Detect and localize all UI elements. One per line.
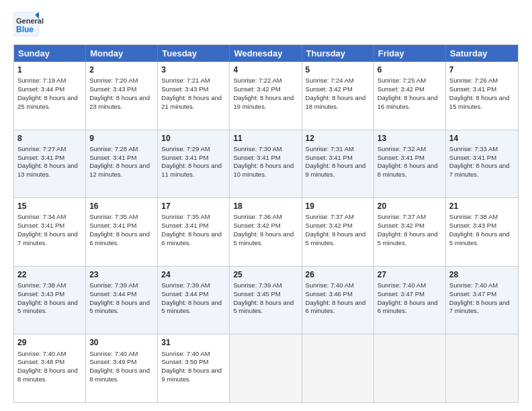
day-number: 26 (306, 269, 370, 280)
day-info: Sunrise: 7:29 AMSunset: 3:41 PMDaylight:… (161, 145, 222, 178)
calendar-cell: 27Sunrise: 7:40 AMSunset: 3:47 PMDayligh… (374, 267, 446, 334)
day-number: 21 (449, 201, 515, 212)
calendar-header: SundayMondayTuesdayWednesdayThursdayFrid… (14, 45, 518, 62)
calendar-cell: 28Sunrise: 7:40 AMSunset: 3:47 PMDayligh… (446, 267, 518, 334)
calendar-cell: 11Sunrise: 7:30 AMSunset: 3:41 PMDayligh… (230, 130, 302, 198)
day-info: Sunrise: 7:36 AMSunset: 3:42 PMDaylight:… (233, 213, 294, 246)
day-info: Sunrise: 7:26 AMSunset: 3:41 PMDaylight:… (449, 77, 510, 109)
header-cell-wednesday: Wednesday (230, 45, 302, 62)
day-number: 20 (378, 201, 442, 212)
day-number: 15 (17, 201, 82, 212)
calendar-cell: 31Sunrise: 7:40 AMSunset: 3:50 PMDayligh… (158, 334, 230, 402)
calendar-row: 1Sunrise: 7:19 AMSunset: 3:44 PMDaylight… (14, 62, 518, 130)
day-number: 9 (89, 133, 154, 144)
day-number: 13 (378, 133, 442, 144)
calendar-cell: 8Sunrise: 7:27 AMSunset: 3:41 PMDaylight… (14, 130, 86, 198)
day-number: 28 (449, 269, 515, 280)
calendar-cell: 17Sunrise: 7:35 AMSunset: 3:41 PMDayligh… (158, 198, 230, 266)
calendar-cell: 3Sunrise: 7:21 AMSunset: 3:43 PMDaylight… (158, 62, 230, 130)
calendar-cell: 22Sunrise: 7:38 AMSunset: 3:43 PMDayligh… (14, 267, 86, 334)
header-cell-monday: Monday (86, 45, 158, 62)
day-number: 24 (161, 269, 226, 280)
calendar-cell: 14Sunrise: 7:33 AMSunset: 3:41 PMDayligh… (446, 130, 518, 198)
day-info: Sunrise: 7:39 AMSunset: 3:44 PMDaylight:… (161, 281, 222, 314)
day-info: Sunrise: 7:37 AMSunset: 3:42 PMDaylight:… (378, 213, 438, 246)
calendar-cell: 10Sunrise: 7:29 AMSunset: 3:41 PMDayligh… (158, 130, 230, 198)
day-info: Sunrise: 7:35 AMSunset: 3:41 PMDaylight:… (161, 213, 222, 246)
calendar-cell: 21Sunrise: 7:38 AMSunset: 3:43 PMDayligh… (446, 198, 518, 266)
calendar-cell: 12Sunrise: 7:31 AMSunset: 3:41 PMDayligh… (302, 130, 374, 198)
day-number: 18 (233, 201, 298, 212)
calendar-row: 29Sunrise: 7:40 AMSunset: 3:48 PMDayligh… (14, 334, 518, 402)
day-number: 2 (89, 64, 154, 75)
day-number: 30 (89, 337, 154, 348)
calendar-cell: 16Sunrise: 7:35 AMSunset: 3:41 PMDayligh… (86, 198, 158, 266)
day-number: 31 (161, 337, 226, 348)
day-number: 11 (233, 133, 298, 144)
header-cell-sunday: Sunday (14, 45, 86, 62)
calendar-cell: 1Sunrise: 7:19 AMSunset: 3:44 PMDaylight… (14, 62, 86, 130)
header-cell-thursday: Thursday (302, 45, 374, 62)
calendar-row: 22Sunrise: 7:38 AMSunset: 3:43 PMDayligh… (14, 266, 518, 334)
calendar-cell: 25Sunrise: 7:39 AMSunset: 3:45 PMDayligh… (230, 267, 302, 334)
header: General Blue (13, 11, 519, 38)
calendar-cell: 19Sunrise: 7:37 AMSunset: 3:42 PMDayligh… (302, 198, 374, 266)
svg-text:General: General (16, 17, 44, 25)
day-number: 22 (17, 269, 82, 280)
day-info: Sunrise: 7:37 AMSunset: 3:42 PMDaylight:… (306, 213, 366, 246)
calendar-cell: 26Sunrise: 7:40 AMSunset: 3:46 PMDayligh… (302, 267, 374, 334)
calendar-cell (446, 334, 518, 402)
day-number: 8 (17, 133, 82, 144)
day-number: 23 (89, 269, 154, 280)
day-info: Sunrise: 7:40 AMSunset: 3:47 PMDaylight:… (449, 281, 510, 314)
day-info: Sunrise: 7:25 AMSunset: 3:42 PMDaylight:… (378, 77, 438, 109)
header-cell-tuesday: Tuesday (158, 45, 230, 62)
calendar-row: 8Sunrise: 7:27 AMSunset: 3:41 PMDaylight… (14, 130, 518, 198)
day-number: 12 (306, 133, 370, 144)
day-info: Sunrise: 7:40 AMSunset: 3:49 PMDaylight:… (89, 350, 150, 383)
day-info: Sunrise: 7:22 AMSunset: 3:42 PMDaylight:… (233, 77, 294, 109)
day-number: 19 (306, 201, 370, 212)
day-info: Sunrise: 7:38 AMSunset: 3:43 PMDaylight:… (17, 281, 78, 314)
day-number: 16 (89, 201, 154, 212)
logo: General Blue (13, 11, 74, 38)
day-number: 14 (449, 133, 515, 144)
logo-svg: General Blue (13, 11, 74, 38)
day-number: 10 (161, 133, 226, 144)
day-number: 1 (17, 64, 82, 75)
calendar-cell: 24Sunrise: 7:39 AMSunset: 3:44 PMDayligh… (158, 267, 230, 334)
calendar-cell (302, 334, 374, 402)
day-info: Sunrise: 7:31 AMSunset: 3:41 PMDaylight:… (306, 145, 366, 178)
day-number: 25 (233, 269, 298, 280)
day-info: Sunrise: 7:27 AMSunset: 3:41 PMDaylight:… (17, 145, 78, 178)
calendar-cell: 9Sunrise: 7:28 AMSunset: 3:41 PMDaylight… (86, 130, 158, 198)
day-number: 4 (233, 64, 298, 75)
day-info: Sunrise: 7:30 AMSunset: 3:41 PMDaylight:… (233, 145, 294, 178)
svg-text:Blue: Blue (16, 25, 34, 34)
calendar-body: 1Sunrise: 7:19 AMSunset: 3:44 PMDaylight… (14, 62, 518, 402)
day-number: 7 (449, 64, 515, 75)
page: General Blue SundayMondayTuesdayWednesda… (0, 0, 532, 411)
day-number: 17 (161, 201, 226, 212)
calendar-cell: 7Sunrise: 7:26 AMSunset: 3:41 PMDaylight… (446, 62, 518, 130)
calendar-cell (374, 334, 446, 402)
day-info: Sunrise: 7:19 AMSunset: 3:44 PMDaylight:… (17, 77, 78, 109)
header-cell-friday: Friday (374, 45, 446, 62)
calendar-cell: 4Sunrise: 7:22 AMSunset: 3:42 PMDaylight… (230, 62, 302, 130)
calendar-cell: 23Sunrise: 7:39 AMSunset: 3:44 PMDayligh… (86, 267, 158, 334)
calendar-cell: 5Sunrise: 7:24 AMSunset: 3:42 PMDaylight… (302, 62, 374, 130)
calendar-row: 15Sunrise: 7:34 AMSunset: 3:41 PMDayligh… (14, 197, 518, 266)
calendar-cell: 18Sunrise: 7:36 AMSunset: 3:42 PMDayligh… (230, 198, 302, 266)
day-info: Sunrise: 7:40 AMSunset: 3:50 PMDaylight:… (161, 350, 222, 383)
calendar-cell: 15Sunrise: 7:34 AMSunset: 3:41 PMDayligh… (14, 198, 86, 266)
calendar-cell: 30Sunrise: 7:40 AMSunset: 3:49 PMDayligh… (86, 334, 158, 402)
day-info: Sunrise: 7:39 AMSunset: 3:45 PMDaylight:… (233, 281, 294, 314)
day-info: Sunrise: 7:39 AMSunset: 3:44 PMDaylight:… (89, 281, 150, 314)
day-info: Sunrise: 7:24 AMSunset: 3:42 PMDaylight:… (306, 77, 366, 109)
calendar-cell (230, 334, 302, 402)
day-info: Sunrise: 7:40 AMSunset: 3:47 PMDaylight:… (378, 281, 438, 314)
header-cell-saturday: Saturday (446, 45, 518, 62)
day-info: Sunrise: 7:40 AMSunset: 3:48 PMDaylight:… (17, 350, 78, 383)
day-info: Sunrise: 7:35 AMSunset: 3:41 PMDaylight:… (89, 213, 150, 246)
day-number: 6 (378, 64, 442, 75)
